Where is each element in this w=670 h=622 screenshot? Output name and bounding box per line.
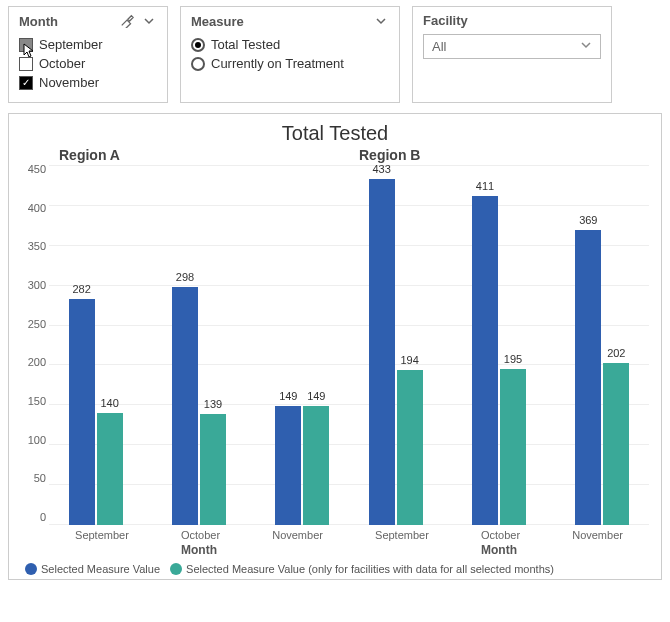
month-filter-panel: Month SeptemberOctober✓November xyxy=(8,6,168,103)
bar[interactable]: 282 xyxy=(69,299,95,525)
chart-legend: Selected Measure ValueSelected Measure V… xyxy=(21,563,649,575)
bar-value-label: 149 xyxy=(275,390,301,402)
x-axis-label: Month xyxy=(349,543,649,557)
x-tick-label: October xyxy=(181,529,220,541)
bar-value-label: 149 xyxy=(303,390,329,402)
bar[interactable]: 194 xyxy=(397,370,423,525)
x-tick-label: October xyxy=(481,529,520,541)
bar[interactable]: 433 xyxy=(369,179,395,525)
checkbox-icon xyxy=(19,57,33,71)
bar-value-label: 194 xyxy=(397,354,423,366)
legend-item[interactable]: Selected Measure Value xyxy=(25,563,160,575)
bar[interactable]: 369 xyxy=(575,230,601,525)
bar[interactable]: 298 xyxy=(172,287,198,525)
month-checkbox-label: September xyxy=(39,37,103,52)
bar-value-label: 433 xyxy=(369,163,395,175)
legend-item[interactable]: Selected Measure Value (only for facilit… xyxy=(170,563,554,575)
facility-filter-title: Facility xyxy=(423,13,468,28)
eraser-icon[interactable] xyxy=(119,13,135,29)
bar-value-label: 282 xyxy=(69,283,95,295)
y-tick-label: 50 xyxy=(21,472,46,484)
measure-filter-panel: Measure Total TestedCurrently on Treatme… xyxy=(180,6,400,103)
chevron-down-icon[interactable] xyxy=(373,13,389,29)
bar-group: 298139 xyxy=(172,287,226,525)
bar-value-label: 411 xyxy=(472,180,498,192)
region-title: Region B xyxy=(359,147,649,163)
facility-filter-header: Facility xyxy=(423,13,601,28)
chevron-down-icon xyxy=(580,39,592,54)
measure-filter-header: Measure xyxy=(191,13,389,29)
x-tick-label: November xyxy=(272,529,323,541)
y-tick-label: 300 xyxy=(21,279,46,291)
bar-group: 282140 xyxy=(69,299,123,525)
measure-radio-label: Total Tested xyxy=(211,37,280,52)
bar[interactable]: 139 xyxy=(200,414,226,525)
bar-group: 369202 xyxy=(575,230,629,525)
bar[interactable]: 149 xyxy=(275,406,301,525)
chevron-down-icon[interactable] xyxy=(141,13,157,29)
facility-dropdown[interactable]: All xyxy=(423,34,601,59)
checkbox-icon: ✓ xyxy=(19,76,33,90)
y-tick-label: 200 xyxy=(21,356,46,368)
measure-filter-title: Measure xyxy=(191,14,244,29)
chart-card: Total Tested 050100150200250300350400450… xyxy=(8,113,662,580)
bar-value-label: 140 xyxy=(97,397,123,409)
month-checkbox-november[interactable]: ✓November xyxy=(19,73,157,92)
y-tick-label: 400 xyxy=(21,202,46,214)
region-region-b: Region B433194411195369202SeptemberOctob… xyxy=(349,147,649,557)
month-filter-header: Month xyxy=(19,13,157,29)
region-title: Region A xyxy=(59,147,349,163)
y-tick-label: 0 xyxy=(21,511,46,523)
y-tick-label: 100 xyxy=(21,434,46,446)
bar[interactable]: 411 xyxy=(472,196,498,525)
x-tick-label: September xyxy=(75,529,129,541)
month-filter-title: Month xyxy=(19,14,58,29)
x-axis-label: Month xyxy=(49,543,349,557)
facility-selected-value: All xyxy=(432,39,446,54)
bar-group: 411195 xyxy=(472,196,526,525)
region-region-a: Region A282140298139149149SeptemberOctob… xyxy=(49,147,349,557)
measure-radio-total-tested[interactable]: Total Tested xyxy=(191,35,389,54)
bar-value-label: 139 xyxy=(200,398,226,410)
x-tick-label: November xyxy=(572,529,623,541)
y-tick-label: 150 xyxy=(21,395,46,407)
bar-value-label: 369 xyxy=(575,214,601,226)
measure-radio-label: Currently on Treatment xyxy=(211,56,344,71)
y-axis: 050100150200250300350400450 xyxy=(21,163,49,523)
radio-icon xyxy=(191,38,205,52)
bar[interactable]: 195 xyxy=(500,369,526,525)
bar-group: 433194 xyxy=(369,179,423,525)
legend-swatch xyxy=(170,563,182,575)
y-tick-label: 350 xyxy=(21,240,46,252)
x-tick-label: September xyxy=(375,529,429,541)
y-tick-label: 250 xyxy=(21,318,46,330)
month-checkbox-label: November xyxy=(39,75,99,90)
facility-filter-panel: Facility All xyxy=(412,6,612,103)
legend-label: Selected Measure Value (only for facilit… xyxy=(186,563,554,575)
bar-value-label: 195 xyxy=(500,353,526,365)
month-checkbox-label: October xyxy=(39,56,85,71)
legend-label: Selected Measure Value xyxy=(41,563,160,575)
bar-value-label: 202 xyxy=(603,347,629,359)
measure-radio-currently-on-treatment[interactable]: Currently on Treatment xyxy=(191,54,389,73)
legend-swatch xyxy=(25,563,37,575)
bar[interactable]: 149 xyxy=(303,406,329,525)
bar[interactable]: 202 xyxy=(603,363,629,525)
month-checkbox-september[interactable]: September xyxy=(19,35,157,54)
chart-title: Total Tested xyxy=(21,122,649,145)
bar[interactable]: 140 xyxy=(97,413,123,525)
y-tick-label: 450 xyxy=(21,163,46,175)
bar-group: 149149 xyxy=(275,406,329,525)
bar-value-label: 298 xyxy=(172,271,198,283)
radio-icon xyxy=(191,57,205,71)
month-checkbox-october[interactable]: October xyxy=(19,54,157,73)
